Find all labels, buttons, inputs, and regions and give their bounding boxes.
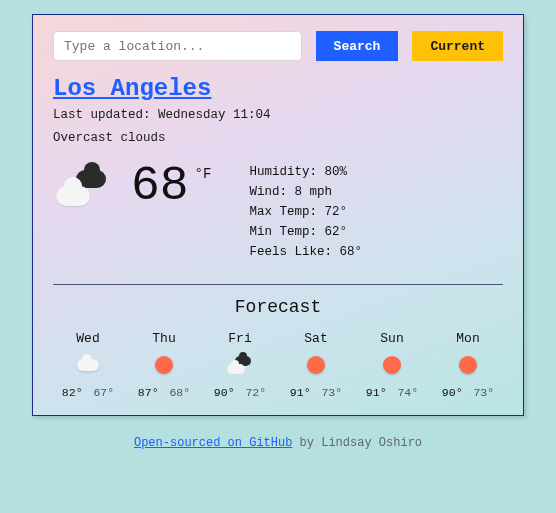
github-link[interactable]: Open-sourced on GitHub bbox=[134, 436, 292, 450]
forecast-lo: 68° bbox=[169, 386, 190, 399]
location-name[interactable]: Los Angeles bbox=[53, 75, 503, 102]
forecast-hi: 90° bbox=[442, 386, 463, 399]
forecast-hi: 90° bbox=[214, 386, 235, 399]
sun-icon bbox=[129, 352, 199, 378]
min-temp: Min Temp: 62° bbox=[249, 222, 362, 242]
forecast-row: Wed82° 67°Thu87° 68°Fri90° 72°Sat91° 73°… bbox=[53, 331, 503, 399]
humidity: Humidity: 80% bbox=[249, 162, 362, 182]
forecast-temps: 90° 73° bbox=[433, 386, 503, 399]
forecast-lo: 67° bbox=[93, 386, 114, 399]
wind: Wind: 8 mph bbox=[249, 182, 362, 202]
weather-details: Humidity: 80% Wind: 8 mph Max Temp: 72° … bbox=[249, 162, 362, 262]
location-input[interactable] bbox=[53, 31, 302, 61]
max-temp: Max Temp: 72° bbox=[249, 202, 362, 222]
forecast-day: Mon90° 73° bbox=[433, 331, 503, 399]
forecast-hi: 82° bbox=[62, 386, 83, 399]
forecast-day-name: Fri bbox=[205, 331, 275, 346]
forecast-temps: 91° 73° bbox=[281, 386, 351, 399]
temperature: 68 °F bbox=[131, 162, 211, 210]
temp-value: 68 bbox=[131, 162, 189, 210]
forecast-day-name: Thu bbox=[129, 331, 199, 346]
divider bbox=[53, 284, 503, 285]
overcast-icon bbox=[53, 168, 113, 208]
forecast-temps: 90° 72° bbox=[205, 386, 275, 399]
forecast-day-name: Wed bbox=[53, 331, 123, 346]
forecast-hi: 91° bbox=[366, 386, 387, 399]
forecast-day: Wed82° 67° bbox=[53, 331, 123, 399]
temp-unit[interactable]: °F bbox=[195, 166, 212, 182]
condition-text: Overcast clouds bbox=[53, 129, 503, 148]
current-location-button[interactable]: Current bbox=[412, 31, 503, 61]
sun-icon bbox=[281, 352, 351, 378]
forecast-temps: 91° 74° bbox=[357, 386, 427, 399]
forecast-temps: 82° 67° bbox=[53, 386, 123, 399]
search-button[interactable]: Search bbox=[316, 31, 399, 61]
forecast-day: Sat91° 73° bbox=[281, 331, 351, 399]
partly-cloudy-icon bbox=[205, 352, 275, 378]
forecast-lo: 73° bbox=[473, 386, 494, 399]
forecast-day-name: Sun bbox=[357, 331, 427, 346]
last-updated: Last updated: Wednesday 11:04 bbox=[53, 106, 503, 125]
weather-card: Search Current Los Angeles Last updated:… bbox=[32, 14, 524, 416]
forecast-hi: 87° bbox=[138, 386, 159, 399]
forecast-lo: 72° bbox=[245, 386, 266, 399]
search-row: Search Current bbox=[53, 31, 503, 61]
forecast-lo: 73° bbox=[321, 386, 342, 399]
cloud-icon bbox=[53, 352, 123, 378]
forecast-title: Forecast bbox=[53, 297, 503, 317]
forecast-day-name: Mon bbox=[433, 331, 503, 346]
forecast-hi: 91° bbox=[290, 386, 311, 399]
sun-icon bbox=[433, 352, 503, 378]
feels-like: Feels Like: 68° bbox=[249, 242, 362, 262]
footer: Open-sourced on GitHub by Lindsay Oshiro bbox=[134, 436, 422, 450]
forecast-lo: 74° bbox=[397, 386, 418, 399]
sun-icon bbox=[357, 352, 427, 378]
current-weather: 68 °F Humidity: 80% Wind: 8 mph Max Temp… bbox=[53, 162, 503, 262]
author: by Lindsay Oshiro bbox=[292, 436, 422, 450]
forecast-temps: 87° 68° bbox=[129, 386, 199, 399]
forecast-day: Sun91° 74° bbox=[357, 331, 427, 399]
forecast-day-name: Sat bbox=[281, 331, 351, 346]
forecast-day: Fri90° 72° bbox=[205, 331, 275, 399]
forecast-day: Thu87° 68° bbox=[129, 331, 199, 399]
